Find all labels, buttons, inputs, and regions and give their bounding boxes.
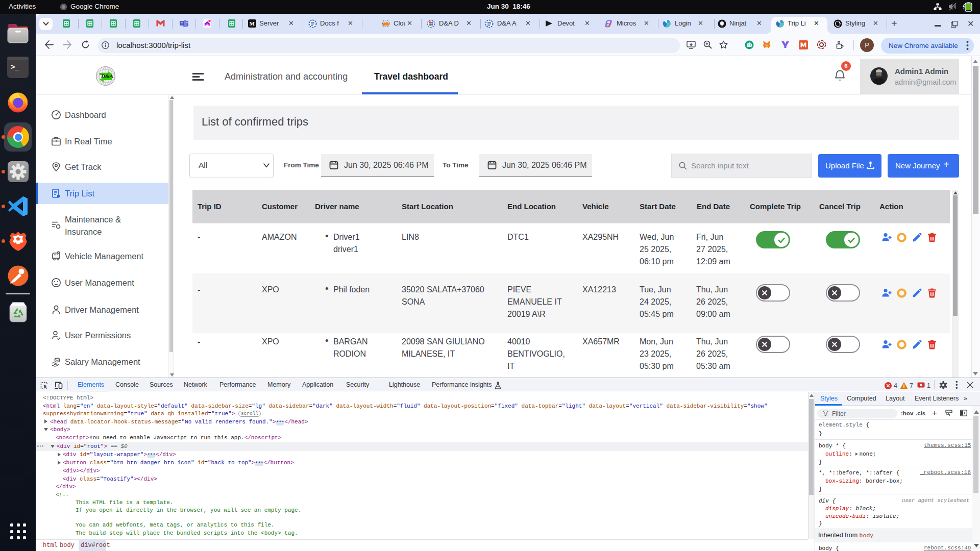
svg-text:>_: >_: [11, 63, 19, 71]
svg-text:D&A: D&A: [101, 73, 113, 79]
svg-text:M: M: [249, 20, 255, 27]
